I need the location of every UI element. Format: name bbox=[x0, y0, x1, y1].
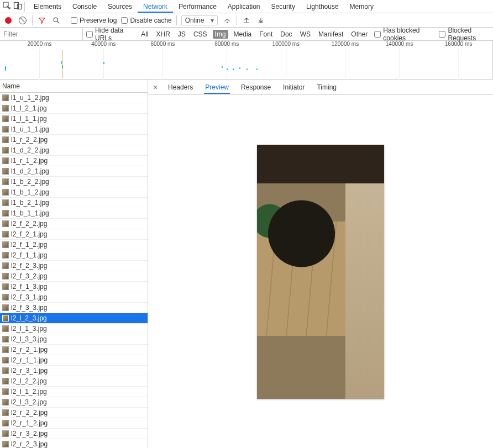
tab-security[interactable]: Security bbox=[266, 1, 301, 13]
detail-tab-headers[interactable]: Headers bbox=[167, 81, 194, 94]
inspect-icon[interactable] bbox=[2, 1, 11, 12]
request-row[interactable]: l2_l_2_3.jpg bbox=[0, 313, 148, 324]
timeline-mark bbox=[246, 68, 248, 70]
disable-cache-checkbox[interactable]: Disable cache bbox=[121, 17, 171, 24]
request-row[interactable]: l2_f_1_2.jpg bbox=[0, 240, 148, 250]
file-thumb-icon bbox=[2, 357, 9, 363]
file-thumb-icon bbox=[2, 294, 9, 301]
column-header-name: Name bbox=[2, 82, 20, 90]
request-row[interactable]: l1_l_1_1.jpg bbox=[0, 114, 148, 124]
network-conditions-icon[interactable] bbox=[222, 15, 232, 25]
detail-tab-response[interactable]: Response bbox=[240, 81, 272, 94]
filter-type-all[interactable]: All bbox=[139, 30, 150, 39]
tab-application[interactable]: Application bbox=[222, 1, 266, 13]
request-name: l1_b_1_1.jpg bbox=[11, 209, 49, 217]
request-row[interactable]: l1_r_1_2.jpg bbox=[0, 156, 148, 166]
request-row[interactable]: l1_b_2_1.jpg bbox=[0, 198, 148, 208]
filter-type-xhr[interactable]: XHR bbox=[154, 30, 172, 39]
blocked-requests-checkbox[interactable]: Blocked Requests bbox=[439, 27, 493, 42]
request-row[interactable]: l2_f_2_3.jpg bbox=[0, 261, 148, 271]
file-thumb-icon bbox=[2, 189, 9, 196]
timeline-overview[interactable]: 20000 ms40000 ms60000 ms80000 ms100000 m… bbox=[0, 41, 493, 80]
file-thumb-icon bbox=[2, 252, 9, 259]
preview-pane bbox=[148, 95, 493, 448]
tab-lighthouse[interactable]: Lighthouse bbox=[301, 1, 344, 13]
request-row[interactable]: l2_r_3_2.jpg bbox=[0, 429, 148, 439]
tab-elements[interactable]: Elements bbox=[28, 1, 67, 13]
device-toggle-icon[interactable] bbox=[13, 1, 22, 12]
request-row[interactable]: l2_f_1_1.jpg bbox=[0, 250, 148, 261]
tab-performance[interactable]: Performance bbox=[173, 1, 222, 13]
request-row[interactable]: l2_r_2_2.jpg bbox=[0, 408, 148, 418]
detail-tab-timing[interactable]: Timing bbox=[316, 81, 338, 94]
file-thumb-icon bbox=[2, 126, 9, 133]
request-row[interactable]: l1_r_2_2.jpg bbox=[0, 135, 148, 145]
record-button[interactable] bbox=[3, 15, 13, 25]
close-icon[interactable]: × bbox=[151, 83, 159, 92]
throttling-select[interactable]: Online ▾ bbox=[181, 15, 218, 25]
clear-button[interactable] bbox=[18, 15, 28, 25]
filter-type-media[interactable]: Media bbox=[232, 30, 254, 39]
request-row[interactable]: l2_f_2_1.jpg bbox=[0, 229, 148, 240]
request-row[interactable]: l1_b_2_2.jpg bbox=[0, 177, 148, 187]
request-row[interactable]: l2_r_1_2.jpg bbox=[0, 418, 148, 429]
filter-input[interactable] bbox=[0, 28, 83, 40]
chevron-down-icon: ▾ bbox=[211, 17, 214, 24]
request-row[interactable]: l1_u_1_1.jpg bbox=[0, 124, 148, 135]
filter-type-js[interactable]: JS bbox=[176, 30, 188, 39]
request-list-header[interactable]: Name bbox=[0, 80, 148, 93]
tab-console[interactable]: Console bbox=[67, 1, 102, 13]
filter-type-img[interactable]: Img bbox=[213, 30, 228, 39]
request-row[interactable]: l1_d_2_1.jpg bbox=[0, 166, 148, 177]
filter-type-css[interactable]: CSS bbox=[191, 30, 209, 39]
file-thumb-icon bbox=[2, 283, 9, 290]
request-row[interactable]: l2_f_3_3.jpg bbox=[0, 303, 148, 313]
request-row[interactable]: l2_l_3_3.jpg bbox=[0, 334, 148, 345]
filter-type-ws[interactable]: WS bbox=[298, 30, 313, 39]
detail-tab-initiator[interactable]: Initiator bbox=[282, 81, 306, 94]
filter-icon[interactable] bbox=[37, 15, 47, 25]
request-row[interactable]: l2_l_2_2.jpg bbox=[0, 376, 148, 387]
request-row[interactable]: l2_l_3_2.jpg bbox=[0, 397, 148, 408]
request-row[interactable]: l2_r_2_1.jpg bbox=[0, 345, 148, 355]
preview-image bbox=[257, 145, 384, 399]
request-name: l2_l_2_2.jpg bbox=[11, 377, 47, 385]
preserve-log-checkbox[interactable]: Preserve log bbox=[71, 17, 117, 24]
detail-tab-preview[interactable]: Preview bbox=[204, 81, 230, 94]
request-row[interactable]: l1_l_2_1.jpg bbox=[0, 103, 148, 114]
request-row[interactable]: l2_l_1_2.jpg bbox=[0, 387, 148, 397]
tab-memory[interactable]: Memory bbox=[344, 1, 379, 13]
svg-rect-1 bbox=[14, 3, 19, 9]
divider bbox=[66, 15, 66, 25]
request-row[interactable]: l2_l_1_3.jpg bbox=[0, 324, 148, 334]
request-row[interactable]: l1_u_1_2.jpg bbox=[0, 93, 148, 103]
request-row[interactable]: l1_b_1_1.jpg bbox=[0, 208, 148, 219]
search-icon[interactable] bbox=[51, 15, 61, 25]
request-row[interactable]: l2_r_2_3.jpg bbox=[0, 439, 148, 448]
import-har-icon[interactable] bbox=[242, 15, 251, 25]
request-row[interactable]: l2_f_3_2.jpg bbox=[0, 271, 148, 282]
filter-type-other[interactable]: Other bbox=[349, 30, 370, 39]
file-thumb-icon bbox=[2, 136, 9, 143]
hide-data-urls-checkbox[interactable]: Hide data URLs bbox=[86, 27, 134, 42]
request-name: l2_r_3_2.jpg bbox=[11, 430, 48, 438]
request-row[interactable]: l2_f_2_2.jpg bbox=[0, 219, 148, 229]
file-thumb-icon bbox=[2, 409, 9, 416]
timeline-mark bbox=[233, 68, 234, 70]
timeline-cursor[interactable] bbox=[62, 50, 62, 78]
request-row[interactable]: l2_r_3_1.jpg bbox=[0, 366, 148, 376]
request-row[interactable]: l1_d_2_2.jpg bbox=[0, 145, 148, 156]
request-row[interactable]: l2_f_3_1.jpg bbox=[0, 292, 148, 303]
file-thumb-icon bbox=[2, 325, 9, 332]
tab-sources[interactable]: Sources bbox=[102, 1, 138, 13]
network-toolbar: Preserve log Disable cache Online ▾ bbox=[0, 13, 493, 28]
filter-type-doc[interactable]: Doc bbox=[278, 30, 294, 39]
has-blocked-cookies-checkbox[interactable]: Has blocked cookies bbox=[374, 27, 434, 42]
request-row[interactable]: l1_b_1_2.jpg bbox=[0, 187, 148, 198]
export-har-icon[interactable] bbox=[256, 15, 266, 25]
request-row[interactable]: l2_r_1_1.jpg bbox=[0, 355, 148, 366]
filter-type-font[interactable]: Font bbox=[257, 30, 275, 39]
filter-type-manifest[interactable]: Manifest bbox=[316, 30, 345, 39]
tab-network[interactable]: Network bbox=[138, 1, 173, 13]
request-row[interactable]: l2_f_1_3.jpg bbox=[0, 282, 148, 292]
